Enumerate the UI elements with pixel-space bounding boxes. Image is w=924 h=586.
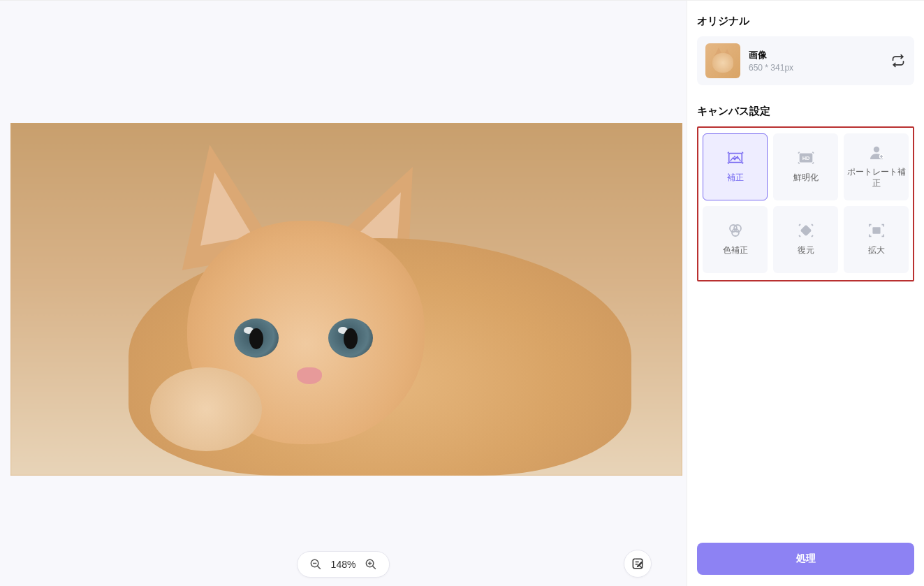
- svg-point-21: [804, 231, 805, 233]
- svg-line-4: [373, 566, 376, 569]
- zoom-controls: 148%: [297, 551, 390, 578]
- original-dimensions: 650 * 341px: [749, 63, 882, 73]
- restore-icon: [798, 223, 814, 238]
- original-text: 画像 650 * 341px: [749, 49, 882, 73]
- feature-label: 補正: [727, 173, 744, 184]
- svg-rect-18: [800, 225, 812, 237]
- svg-line-1: [317, 566, 320, 569]
- feature-card-2[interactable]: ポートレート補正: [844, 133, 909, 200]
- upscale-icon: [867, 223, 886, 238]
- image-content: [150, 367, 262, 451]
- zoom-out-icon[interactable]: [309, 557, 323, 571]
- svg-point-19: [804, 228, 805, 230]
- original-section-label: オリジナル: [697, 15, 914, 28]
- feature-label: ポートレート補正: [846, 167, 906, 189]
- feature-label: 復元: [798, 245, 814, 256]
- feature-label: 色補正: [723, 245, 748, 256]
- image-content: [328, 318, 373, 358]
- original-thumbnail[interactable]: [705, 43, 740, 78]
- color-balance-icon: [727, 223, 744, 238]
- svg-point-13: [873, 147, 879, 152]
- svg-point-20: [807, 231, 808, 233]
- sidebar: オリジナル 画像 650 * 341px キャンバス設定 AI補正HD鮮明化ポー…: [687, 0, 924, 586]
- feature-card-5[interactable]: 拡大: [844, 206, 909, 273]
- svg-rect-23: [872, 228, 880, 234]
- portrait-icon: [868, 145, 885, 160]
- feature-label: 拡大: [868, 245, 885, 256]
- feature-label: 鮮明化: [793, 173, 819, 184]
- feature-grid-highlight: AI補正HD鮮明化ポートレート補正色補正復元拡大: [697, 126, 914, 281]
- image-content: [297, 367, 322, 384]
- svg-point-22: [807, 228, 808, 230]
- process-button[interactable]: 処理: [697, 543, 914, 575]
- svg-point-16: [734, 225, 741, 232]
- image-content: [234, 318, 279, 358]
- original-title: 画像: [749, 49, 882, 61]
- zoom-level: 148%: [331, 559, 356, 570]
- feature-card-4[interactable]: 復元: [773, 206, 838, 273]
- feature-card-0[interactable]: AI補正: [703, 133, 768, 200]
- original-image-card: 画像 650 * 341px: [697, 36, 914, 85]
- canvas-area: 148%: [0, 0, 687, 586]
- svg-text:HD: HD: [802, 155, 809, 161]
- canvas-settings-label: キャンバス設定: [697, 105, 914, 118]
- feature-grid: AI補正HD鮮明化ポートレート補正色補正復元拡大: [703, 133, 909, 273]
- edit-note-button[interactable]: [624, 550, 652, 578]
- ai-enhance-icon: AI: [726, 150, 745, 166]
- feature-card-3[interactable]: 色補正: [703, 206, 768, 273]
- swap-image-icon[interactable]: [890, 53, 906, 68]
- zoom-in-icon[interactable]: [364, 557, 378, 571]
- main-image[interactable]: [10, 123, 682, 476]
- feature-card-1[interactable]: HD鮮明化: [773, 133, 838, 200]
- hd-icon: HD: [797, 150, 815, 166]
- svg-point-17: [732, 229, 739, 236]
